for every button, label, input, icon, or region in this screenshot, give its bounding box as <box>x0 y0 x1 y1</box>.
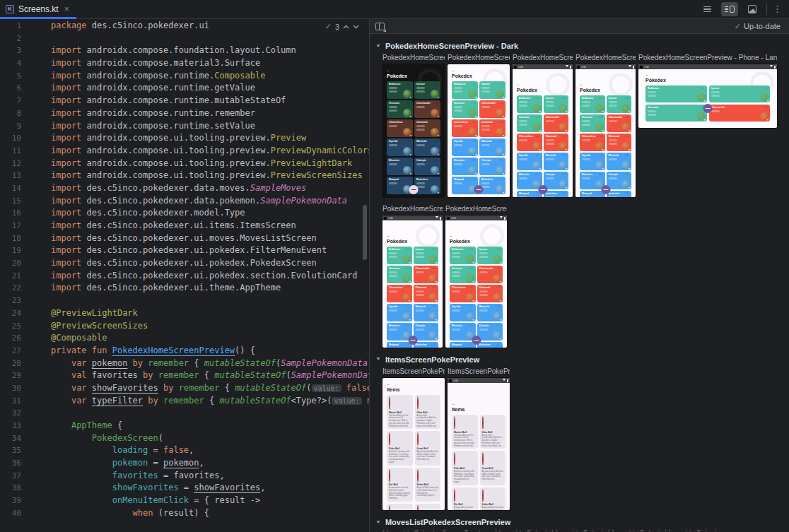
pokemon-card[interactable]: Charizard#006♥ <box>479 119 505 137</box>
code-view-button[interactable] <box>699 2 715 16</box>
pokeball-menu-fab[interactable] <box>538 185 547 194</box>
pokemon-card[interactable]: Butterfree#012♥ <box>414 177 440 194</box>
pokemon-card[interactable]: Ivysaur#002♥ <box>709 85 771 102</box>
item-card[interactable]: Great BallA good, quality Ball that offe… <box>480 451 506 485</box>
back-arrow-icon[interactable]: ← <box>452 401 505 406</box>
preview-thumbnail[interactable]: 1:00←PokedexBulbasaur#001♥Ivysaur#002♥Ve… <box>575 64 636 197</box>
pokemon-card[interactable]: Ivysaur#002♥ <box>477 247 503 264</box>
pokemon-card[interactable]: Caterpie#010♥ <box>414 158 440 175</box>
pokemon-card[interactable]: Caterpie#010♥ <box>414 323 439 341</box>
item-card[interactable]: Poke BallA tool for catching wild Pokémo… <box>387 431 413 465</box>
pokemon-card[interactable]: Wartortle#008♥ <box>477 304 503 321</box>
pokemon-card[interactable]: Charizard#006♥ <box>607 134 632 151</box>
pokemon-card[interactable]: Charmeleon#005♥ <box>387 119 413 137</box>
item-card[interactable]: Dive BallA somewhat different Ball that … <box>415 504 441 510</box>
preview-thumbnail[interactable]: 1:00←PokedexBulbasaur#001♥Ivysaur#002♥Ve… <box>382 215 443 348</box>
back-arrow-icon[interactable]: ← <box>387 68 440 72</box>
item-card[interactable]: Ultra BallA very high-performance Ball t… <box>415 395 441 429</box>
next-problem-icon[interactable] <box>353 25 359 29</box>
preview-thumbnail[interactable]: 1:00←PokedexBulbasaur#001♥Ivysaur#002♥Ve… <box>445 215 507 348</box>
pokemon-card[interactable]: Charmander#004♥ <box>414 266 439 283</box>
pokemon-card[interactable]: Charizard#006♥ <box>477 285 503 302</box>
back-arrow-icon[interactable]: ← <box>452 68 505 72</box>
pokemon-card[interactable]: Charmeleon#005♥ <box>450 285 476 302</box>
pokemon-card[interactable]: Butterfree#012♥ <box>544 191 569 197</box>
pokemon-card[interactable]: Blastoise#009♥ <box>387 158 413 175</box>
preview-thumbnail[interactable]: 1:00←ItemsMaster BallThe best Ball with … <box>448 378 510 510</box>
pokemon-card[interactable]: Caterpie#010♥ <box>607 172 632 189</box>
pokemon-card[interactable]: Blastoise#009♥ <box>452 158 478 175</box>
pokemon-card[interactable]: Bulbasaur#001♥ <box>580 95 605 113</box>
item-card[interactable]: Ultra BallA very high-performance Ball t… <box>480 415 506 449</box>
item-card[interactable]: Safari BallA special Ball used only in t… <box>480 487 506 510</box>
pokemon-card[interactable]: Squirtle#007♥ <box>387 138 413 156</box>
close-icon[interactable]: × <box>64 4 69 14</box>
pokeball-menu-fab[interactable] <box>703 104 713 113</box>
item-card[interactable]: Great BallA good, quality Ball that offe… <box>415 431 441 465</box>
pokemon-card[interactable]: Squirtle#007♥ <box>387 304 412 321</box>
pokemon-card[interactable]: Bulbasaur#001♥ <box>387 81 413 99</box>
pokemon-card[interactable]: Metapod#011♥ <box>450 342 476 348</box>
preview-thumbnail[interactable]: 1:00←PokedexBulbasaur#001♥Ivysaur#002♥Ve… <box>513 64 573 197</box>
pokemon-card[interactable]: Venusaur#003♥ <box>450 266 476 283</box>
editor-scrollbar[interactable] <box>363 205 367 260</box>
pokemon-card[interactable]: Bulbasaur#001♥ <box>450 247 476 264</box>
pokemon-card[interactable]: Squirtle#007♥ <box>580 153 605 170</box>
pokemon-card[interactable]: Ivysaur#002♥ <box>414 81 440 99</box>
pokemon-card[interactable]: Wartortle#008♥ <box>607 153 632 170</box>
pokemon-card[interactable]: Charizard#006♥ <box>414 285 439 302</box>
pokeball-menu-fab[interactable] <box>472 336 481 345</box>
chevron-down-icon[interactable]: ▼ <box>375 519 381 524</box>
pokemon-card[interactable]: Charmeleon#005♥ <box>517 134 542 151</box>
split-view-button[interactable] <box>721 2 738 16</box>
pokemon-card[interactable]: Charmander#004♥ <box>414 100 440 118</box>
back-arrow-icon[interactable]: ← <box>387 382 440 386</box>
gallery-view-icon[interactable] <box>375 23 385 30</box>
pokemon-card[interactable]: Butterfree#012♥ <box>414 342 439 348</box>
back-arrow-icon[interactable]: ← <box>645 72 770 76</box>
preview-thumbnail[interactable]: ←ItemsMaster BallThe best Ball with the … <box>382 378 445 510</box>
pokemon-card[interactable]: Bulbasaur#001♥ <box>387 247 412 264</box>
item-card[interactable]: Nest BallA somewhat different Ball that … <box>387 504 413 510</box>
pokemon-card[interactable]: Venusaur#003♥ <box>580 114 605 132</box>
item-card[interactable]: Poke BallA tool for catching wild Pokémo… <box>452 451 478 485</box>
pokemon-card[interactable]: Bulbasaur#001♥ <box>645 85 707 102</box>
item-card[interactable]: Master BallThe best Ball with the ultima… <box>452 415 478 449</box>
item-card[interactable]: Net BallA somewhat unusual Ball that is … <box>452 487 478 510</box>
pokemon-card[interactable]: Charmeleon#005♥ <box>387 285 412 302</box>
pokemon-card[interactable]: Wartortle#008♥ <box>544 153 569 170</box>
pokemon-card[interactable]: Venusaur#003♥ <box>645 105 707 122</box>
pokemon-card[interactable]: Wartortle#008♥ <box>414 138 440 156</box>
pokemon-card[interactable]: Caterpie#010♥ <box>544 172 569 189</box>
preview-thumbnail[interactable]: 1:00←PokedexBulbasaur#001♥Ivysaur#002♥Ve… <box>638 64 777 128</box>
pokemon-card[interactable]: Ivysaur#002♥ <box>607 95 632 113</box>
pokemon-card[interactable]: Charmeleon#005♥ <box>580 134 605 151</box>
pokemon-card[interactable]: Bulbasaur#001♥ <box>517 95 542 113</box>
preview-thumbnail[interactable]: ←PokedexBulbasaur#001♥Ivysaur#002♥Venusa… <box>448 64 510 197</box>
pokemon-card[interactable]: Bulbasaur#001♥ <box>452 81 478 99</box>
item-card[interactable]: Safari BallA special Ball used only in t… <box>415 468 441 502</box>
pokemon-card[interactable]: Ivysaur#002♥ <box>544 95 569 113</box>
item-card[interactable]: Net BallA somewhat unusual Ball that is … <box>387 468 413 502</box>
pokemon-card[interactable]: Butterfree#012♥ <box>607 191 632 197</box>
pokeball-menu-fab[interactable] <box>408 336 417 345</box>
tab-screens-kt[interactable]: K Screens.kt × <box>0 0 76 18</box>
pokemon-card[interactable]: Charmander#004♥ <box>709 105 771 122</box>
back-arrow-icon[interactable]: ← <box>517 82 568 86</box>
preview-content[interactable]: ▼PokedexHomeScreenPreview - DarkPokedexH… <box>370 34 789 531</box>
pokemon-card[interactable]: Charmeleon#005♥ <box>452 119 478 137</box>
pokeball-menu-fab[interactable] <box>601 185 610 194</box>
item-card[interactable]: Master BallThe best Ball with the ultima… <box>387 395 413 429</box>
pokemon-card[interactable]: Wartortle#008♥ <box>414 304 439 321</box>
pokemon-card[interactable]: Butterfree#012♥ <box>477 342 503 348</box>
pokemon-card[interactable]: Ivysaur#002♥ <box>479 81 505 99</box>
pokemon-card[interactable]: Venusaur#003♥ <box>387 100 413 118</box>
pokemon-card[interactable]: Ivysaur#002♥ <box>414 247 439 264</box>
pokemon-card[interactable]: Butterfree#012♥ <box>479 177 505 194</box>
pokemon-card[interactable]: Squirtle#007♥ <box>452 138 478 156</box>
pokemon-card[interactable]: Squirtle#007♥ <box>450 304 476 321</box>
chevron-down-icon[interactable]: ▼ <box>375 357 381 362</box>
pokemon-card[interactable]: Venusaur#003♥ <box>387 266 412 283</box>
more-options-icon[interactable]: ⋮ <box>773 6 782 13</box>
pokemon-card[interactable]: Charizard#006♥ <box>544 134 569 151</box>
